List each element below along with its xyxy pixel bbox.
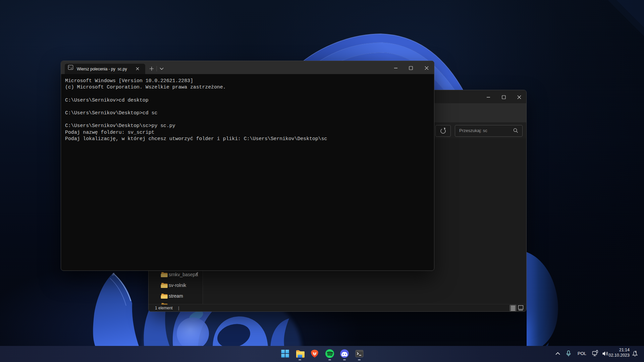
svg-text:z: z <box>635 350 637 353</box>
svg-text:C:\: C:\ <box>69 66 72 68</box>
